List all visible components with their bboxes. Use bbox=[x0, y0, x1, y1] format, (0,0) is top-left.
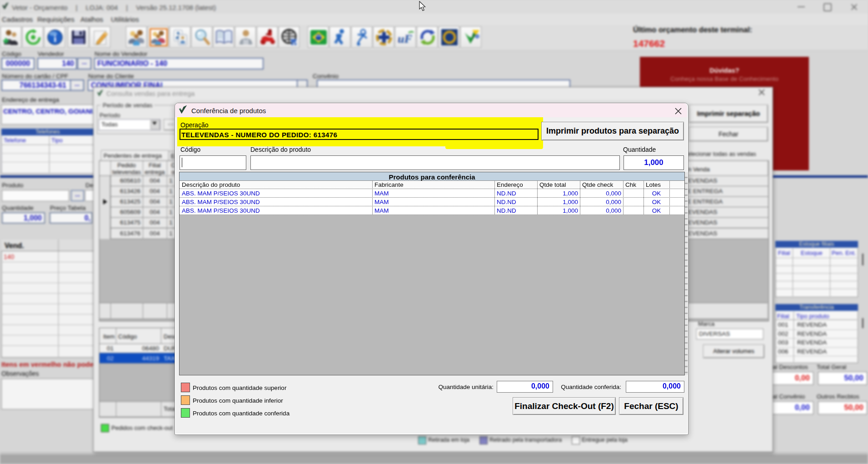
svg-text:uF: uF bbox=[398, 32, 412, 45]
svg-text:i: i bbox=[54, 33, 56, 44]
